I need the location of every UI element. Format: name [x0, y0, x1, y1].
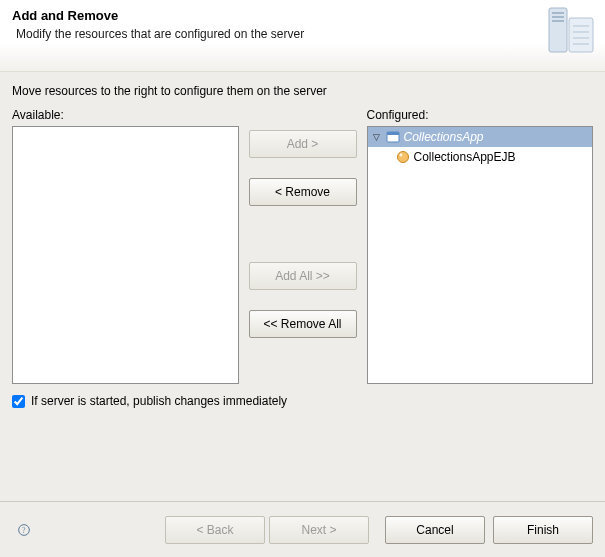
available-label: Available:	[12, 108, 239, 122]
svg-rect-10	[387, 132, 399, 135]
cancel-button[interactable]: Cancel	[385, 516, 485, 544]
svg-point-11	[397, 152, 408, 163]
dialog-content: Move resources to the right to configure…	[0, 72, 605, 420]
instruction-text: Move resources to the right to configure…	[12, 84, 593, 98]
svg-point-12	[399, 154, 402, 157]
next-button[interactable]: Next >	[269, 516, 369, 544]
expander-icon[interactable]: ▽	[372, 132, 382, 142]
dialog-footer: ? < Back Next > Cancel Finish	[0, 501, 605, 557]
tree-item-root-label: CollectionsApp	[404, 130, 484, 144]
tree-item-child[interactable]: CollectionsAppEJB	[368, 147, 593, 167]
back-button[interactable]: < Back	[165, 516, 265, 544]
svg-rect-0	[549, 8, 567, 52]
ejb-module-icon	[396, 150, 410, 164]
remove-button[interactable]: < Remove	[249, 178, 357, 206]
dialog-header: Add and Remove Modify the resources that…	[0, 0, 605, 72]
add-all-button[interactable]: Add All >>	[249, 262, 357, 290]
dialog-subtitle: Modify the resources that are configured…	[16, 27, 593, 41]
help-button[interactable]: ?	[12, 518, 36, 542]
configured-label: Configured:	[367, 108, 594, 122]
server-banner-icon	[545, 6, 597, 61]
svg-rect-3	[552, 20, 564, 22]
svg-rect-2	[552, 16, 564, 18]
svg-text:?: ?	[22, 525, 25, 534]
remove-all-button[interactable]: << Remove All	[249, 310, 357, 338]
publish-checkbox-row[interactable]: If server is started, publish changes im…	[12, 394, 593, 408]
dialog-title: Add and Remove	[12, 8, 593, 23]
ear-module-icon	[386, 130, 400, 144]
finish-button[interactable]: Finish	[493, 516, 593, 544]
publish-checkbox[interactable]	[12, 395, 25, 408]
publish-checkbox-label: If server is started, publish changes im…	[31, 394, 287, 408]
available-list[interactable]	[12, 126, 239, 384]
configured-tree[interactable]: ▽ CollectionsApp	[367, 126, 594, 384]
tree-item-root[interactable]: ▽ CollectionsApp	[368, 127, 593, 147]
svg-rect-4	[569, 18, 593, 52]
svg-rect-1	[552, 12, 564, 14]
help-icon: ?	[18, 521, 30, 539]
tree-item-child-label: CollectionsAppEJB	[414, 150, 516, 164]
add-button[interactable]: Add >	[249, 130, 357, 158]
